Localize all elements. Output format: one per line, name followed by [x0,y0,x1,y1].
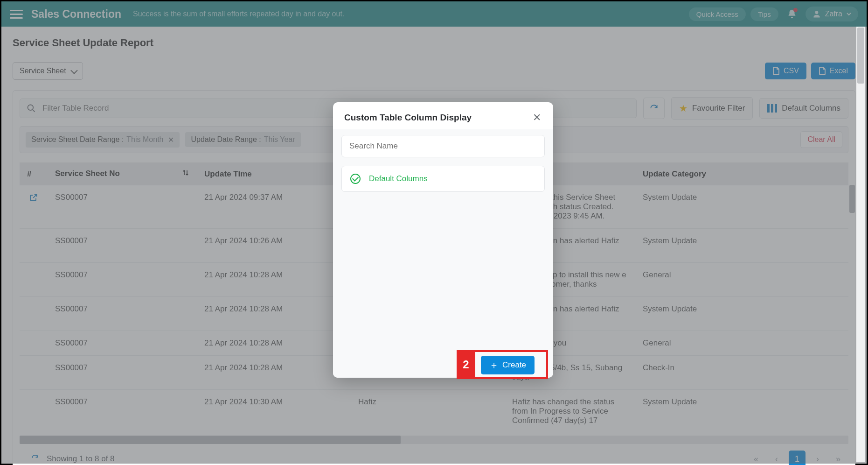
create-label: Create [502,360,526,370]
plus-icon: ＋ [489,360,499,370]
column-display-modal: Custom Table Column Display ✕ Default Co… [333,102,553,378]
step-number: 2 [457,350,475,379]
check-circle-icon [350,174,361,184]
column-option-default[interactable]: Default Columns [341,166,545,192]
modal-close-button[interactable]: ✕ [532,113,542,123]
modal-title: Custom Table Column Display [344,113,532,123]
modal-header: Custom Table Column Display ✕ [333,102,553,129]
column-option-label: Default Columns [369,174,428,183]
modal-search-input[interactable] [341,135,545,157]
modal-body: Default Columns [333,129,553,378]
create-button[interactable]: ＋ Create [481,356,535,374]
page-vertical-scrollbar[interactable] [856,27,865,462]
